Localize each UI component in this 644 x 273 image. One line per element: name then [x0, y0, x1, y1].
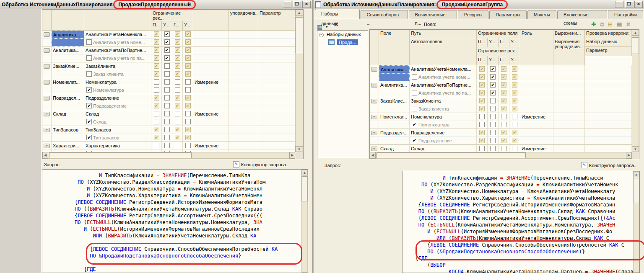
auto-header-checkbox[interactable] — [412, 106, 417, 111]
restriction-checkbox-cell[interactable]: ✔ — [499, 97, 509, 105]
restriction-checkbox-cell[interactable]: ✔ — [477, 129, 488, 137]
restriction-checkbox[interactable]: ✔ — [512, 74, 517, 80]
table-row[interactable]: −Подраздел...Подразделение✔✔✔ — [42, 94, 295, 102]
table-row[interactable]: −Аналитика...АналитикаУчетаНоменкла...✔✔… — [370, 65, 632, 73]
datasets-tree[interactable]: − Наборы данных Прода... — [317, 30, 368, 158]
restriction-checkbox-cell[interactable] — [151, 78, 162, 86]
restriction-checkbox[interactable]: ✔ — [154, 31, 159, 37]
restriction-checkbox-cell[interactable] — [162, 142, 172, 150]
restriction-checkbox-cell[interactable]: ✔ — [488, 73, 499, 81]
field-path-cell[interactable]: Номенклатура — [410, 113, 477, 121]
scroll-up-button[interactable]: ▲ — [295, 10, 303, 15]
tab-8[interactable]: Настройки — [608, 10, 643, 19]
table-subrow[interactable]: Аналитика учета номе...✔✔✔✔ — [42, 39, 295, 46]
restriction-checkbox[interactable]: ✔ — [154, 103, 159, 108]
restriction-checkbox[interactable] — [175, 111, 180, 116]
restriction-checkbox[interactable]: ✔ — [164, 31, 170, 37]
auto-header-cell[interactable]: Заказ клиента — [410, 105, 477, 113]
scrollbar-thumb[interactable] — [49, 152, 192, 158]
restriction-checkbox[interactable] — [479, 122, 485, 127]
restriction-checkbox[interactable]: ✔ — [501, 90, 506, 95]
restriction-checkbox-cell[interactable] — [183, 142, 193, 150]
restriction-checkbox[interactable]: ✔ — [479, 130, 485, 135]
restriction-checkbox[interactable]: ✔ — [164, 55, 170, 61]
tab-3[interactable]: Вычисляемые п... — [409, 10, 457, 19]
restriction-checkbox[interactable]: ✔ — [185, 55, 191, 61]
field-name-cell[interactable]: ТипЗапасов — [52, 126, 84, 134]
restriction-checkbox[interactable]: ✔ — [512, 82, 517, 88]
restriction-checkbox-cell[interactable]: ✔ — [172, 39, 183, 46]
restriction-checkbox-cell[interactable]: ✔ — [499, 89, 509, 97]
restriction-checkbox-cell[interactable]: ✔ — [151, 39, 162, 46]
restriction-checkbox[interactable] — [154, 111, 159, 116]
restriction-checkbox[interactable]: ✔ — [154, 127, 159, 132]
restriction-checkbox-cell[interactable]: ✔ — [509, 81, 520, 89]
restriction-checkbox-cell[interactable] — [162, 118, 172, 126]
field-name-cell[interactable]: Подраздел... — [52, 94, 84, 102]
restriction-checkbox-cell[interactable]: ✔ — [499, 65, 509, 73]
restriction-checkbox[interactable] — [164, 95, 170, 100]
restriction-checkbox[interactable] — [175, 143, 180, 148]
table-subrow[interactable]: ✔ Склад — [42, 118, 295, 126]
tree-dataset-item[interactable]: Прода... — [328, 39, 367, 45]
field-name-cell[interactable]: Подраздел... — [379, 129, 410, 137]
table-row[interactable]: −ЗаказКлие...ЗаказКлиента✔✔✔ — [42, 62, 295, 70]
collapse-icon[interactable]: − — [371, 131, 377, 135]
restriction-checkbox-cell[interactable]: ✔ — [162, 54, 172, 62]
restriction-checkbox-cell[interactable]: ✔ — [183, 39, 193, 46]
auto-header-checkbox[interactable]: ✔ — [86, 103, 92, 108]
restriction-checkbox-cell[interactable]: ✔ — [509, 65, 520, 73]
titlebar-right[interactable]: Обработка ИсточникиДанныхПланирования: П… — [314, 0, 644, 9]
restriction-checkbox[interactable]: ✔ — [512, 138, 517, 143]
restriction-checkbox-cell[interactable] — [162, 102, 172, 110]
restriction-checkbox[interactable] — [490, 114, 496, 119]
restriction-checkbox-cell[interactable]: ✔ — [183, 94, 193, 102]
restriction-checkbox[interactable] — [501, 122, 506, 127]
table-subrow[interactable]: ✔ Тип запасов✔✔✔ — [42, 134, 295, 142]
minimize-button[interactable]: _ — [283, 1, 291, 8]
restriction-checkbox-cell[interactable]: ✔ — [162, 31, 172, 39]
add-folder-button[interactable]: ⊞ — [608, 21, 613, 28]
restriction-checkbox[interactable]: ✔ — [154, 47, 159, 53]
restriction-checkbox-cell[interactable]: ✔ — [509, 105, 520, 113]
restriction-checkbox[interactable]: ✔ — [175, 71, 180, 77]
tree-expander-icon[interactable]: − — [319, 33, 324, 37]
restriction-checkbox[interactable]: ✔ — [185, 71, 191, 77]
restriction-checkbox-cell[interactable]: ✔ — [172, 102, 183, 110]
restriction-checkbox[interactable]: ✔ — [479, 138, 485, 143]
restriction-checkbox[interactable]: ✔ — [154, 95, 159, 100]
auto-header-cell[interactable]: ✔ Тип запасов — [84, 134, 151, 142]
scroll-right-button[interactable]: ▶ — [626, 152, 632, 159]
restriction-checkbox-cell[interactable] — [183, 118, 193, 126]
restriction-checkbox-cell[interactable]: ✔ — [172, 31, 183, 39]
restriction-checkbox[interactable]: ✔ — [175, 135, 180, 140]
restriction-checkbox-cell[interactable]: ✔ — [172, 134, 183, 142]
restriction-checkbox-cell[interactable] — [151, 86, 162, 94]
copy-field-button[interactable]: ⧉ — [600, 21, 604, 28]
restriction-checkbox-cell[interactable]: ✔ — [162, 39, 172, 46]
restriction-checkbox[interactable] — [164, 79, 170, 85]
collapse-icon[interactable]: − — [371, 67, 377, 72]
restriction-checkbox[interactable] — [175, 119, 180, 124]
restriction-checkbox[interactable]: ✔ — [479, 74, 485, 80]
auto-header-cell[interactable]: Аналитика учета по па... — [84, 54, 151, 62]
restriction-checkbox-cell[interactable]: ✔ — [477, 105, 488, 113]
auto-header-checkbox[interactable] — [412, 90, 417, 95]
restriction-checkbox-cell[interactable]: ✔ — [477, 137, 488, 145]
row-grip-cell[interactable]: − — [42, 31, 52, 39]
restriction-checkbox[interactable] — [185, 119, 191, 124]
restriction-checkbox[interactable]: ✔ — [154, 63, 159, 69]
table-row[interactable]: −Номенклат...НоменклатураИзмерение — [370, 113, 632, 121]
restriction-checkbox-cell[interactable]: ✔ — [151, 70, 162, 78]
restriction-checkbox-cell[interactable] — [488, 121, 499, 129]
table-row[interactable]: −Подраздел...Подразделение✔✔✔ — [370, 129, 632, 137]
restriction-checkbox-cell[interactable]: ✔ — [488, 81, 499, 89]
restriction-checkbox[interactable]: ✔ — [479, 98, 485, 103]
collapse-icon[interactable]: − — [44, 128, 50, 132]
restriction-checkbox[interactable]: ✔ — [490, 82, 496, 88]
restriction-checkbox-cell[interactable]: ✔ — [151, 134, 162, 142]
restriction-checkbox-cell[interactable]: ✔ — [151, 94, 162, 102]
field-path-cell[interactable]: ЗаказКлиента — [410, 97, 477, 105]
restriction-checkbox-cell[interactable]: ✔ — [499, 105, 509, 113]
restriction-checkbox[interactable]: ✔ — [512, 66, 517, 72]
